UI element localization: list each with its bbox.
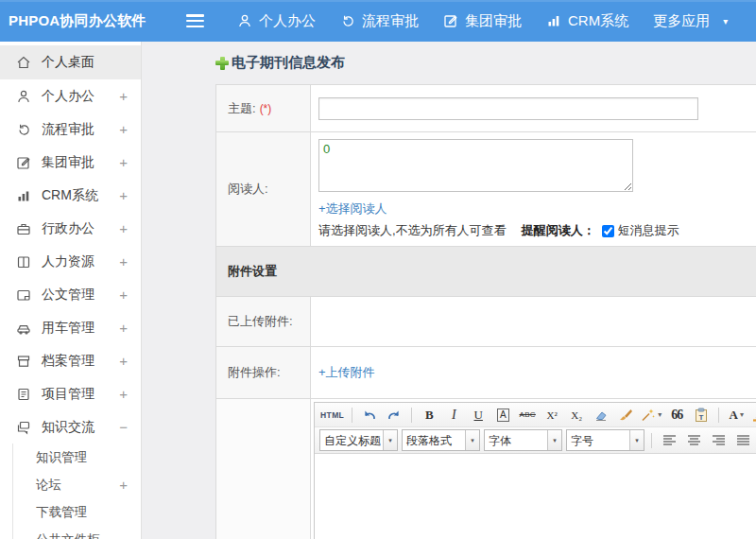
sidebar-item-personal-desktop[interactable]: 个人桌面	[0, 45, 141, 79]
top-nav: 个人办公 流程审批 集团审批 CRM系统 更多应用 ▾	[225, 12, 740, 30]
bold-button[interactable]: B	[418, 405, 440, 425]
select-readers-link[interactable]: +选择阅读人	[318, 200, 387, 217]
readers-textarea[interactable]: 0	[318, 139, 633, 192]
expand-toggle[interactable]: +	[119, 253, 128, 270]
toolbar-separator	[352, 408, 352, 423]
bar-chart-icon	[16, 188, 32, 203]
auto-typeset-icon[interactable]: ▾	[639, 405, 663, 425]
align-center-icon[interactable]	[682, 430, 705, 450]
edit-icon	[16, 155, 32, 170]
expand-toggle[interactable]: +	[119, 287, 128, 303]
custom-title-select[interactable]: 自定义标题 ▾	[319, 429, 398, 451]
top-navigation-bar: PHPOA协同办公软件 个人办公 流程审批 集团审批 CRM系统	[0, 0, 756, 42]
archive-icon	[16, 354, 32, 369]
strikethrough-button[interactable]: ABC	[516, 405, 539, 425]
sms-notify-checkbox[interactable]	[602, 225, 614, 237]
expand-toggle[interactable]: +	[119, 353, 128, 369]
paragraph-format-select[interactable]: 段落格式 ▾	[402, 429, 480, 451]
upload-attachment-link[interactable]: +上传附件	[318, 365, 375, 379]
text-style-button[interactable]: A	[491, 405, 514, 425]
undo-icon[interactable]	[358, 405, 381, 425]
italic-button[interactable]: I	[442, 405, 465, 425]
sidebar-item-archives[interactable]: 档案管理 +	[0, 344, 141, 377]
expand-toggle[interactable]: +	[119, 187, 128, 203]
briefcase-icon	[16, 221, 32, 236]
sidebar-item-label: 集团审批	[42, 154, 119, 171]
nav-workflow-approval[interactable]: 流程审批	[340, 12, 419, 30]
sidebar-subitem-forum[interactable]: 论坛 +	[13, 471, 141, 498]
sidebar-item-label: 论坛	[36, 477, 119, 494]
redo-icon[interactable]	[383, 405, 405, 425]
sidebar-item-label: 公文管理	[42, 287, 119, 304]
expand-toggle[interactable]: +	[119, 154, 128, 170]
font-color-button[interactable]: A ▾	[725, 405, 747, 425]
sidebar-item-crm[interactable]: CRM系统 +	[0, 179, 141, 212]
car-icon	[16, 321, 32, 336]
sidebar-item-knowledge-exchange[interactable]: 知识交流 −	[0, 410, 141, 443]
sidebar-item-admin-office[interactable]: 行政办公 +	[0, 212, 141, 245]
caret-down-icon[interactable]: ▾	[383, 430, 397, 450]
sidebar-item-project[interactable]: 项目管理 +	[0, 377, 141, 410]
format-eraser-icon[interactable]	[590, 405, 612, 425]
sidebar-item-workflow-approval[interactable]: 流程审批 +	[0, 113, 141, 146]
highlight-pen-icon[interactable]: ▾	[749, 405, 756, 425]
sidebar-subitem-download-mgmt[interactable]: 下载管理	[13, 498, 141, 526]
caret-down-icon: ▾	[740, 410, 744, 419]
nav-group-approval[interactable]: 集团审批	[443, 12, 522, 30]
collapse-toggle[interactable]: −	[119, 419, 128, 435]
sidebar-item-hr[interactable]: 人力资源 +	[0, 245, 141, 278]
html-source-button[interactable]: HTML	[318, 405, 346, 425]
subject-input[interactable]	[318, 97, 698, 120]
uploaded-attachments-row: 已上传附件:	[216, 297, 756, 347]
sidebar-item-group-approval[interactable]: 集团审批 +	[0, 146, 141, 179]
caret-down-icon[interactable]: ▾	[723, 16, 728, 26]
nav-crm-system[interactable]: CRM系统	[546, 12, 628, 30]
editor-content[interactable]	[315, 453, 756, 539]
caret-down-icon[interactable]: ▾	[465, 430, 479, 450]
sidebar-subitem-public-cabinet[interactable]: 公共文件柜	[13, 526, 141, 539]
hamburger-menu-icon[interactable]	[186, 14, 204, 27]
editor-toolbar-row-1: HTML B I U A ABC X²	[315, 403, 756, 427]
editor-cell: HTML B I U A ABC X²	[311, 399, 756, 539]
toolbar-separator	[718, 408, 719, 423]
nav-personal-office[interactable]: 个人办公	[237, 12, 316, 30]
expand-toggle[interactable]: +	[119, 88, 128, 104]
expand-toggle[interactable]: +	[119, 320, 128, 336]
expand-toggle[interactable]: +	[119, 121, 128, 137]
expand-toggle[interactable]: +	[119, 386, 128, 402]
superscript-button[interactable]: X²	[541, 405, 563, 425]
sidebar-subitem-knowledge-mgmt[interactable]: 知识管理	[13, 443, 141, 471]
nav-label: 集团审批	[465, 12, 522, 30]
align-right-icon[interactable]	[707, 430, 730, 450]
expand-toggle[interactable]: +	[119, 477, 128, 493]
font-family-select[interactable]: 字体 ▾	[484, 429, 562, 451]
page-title-block: 电子期刊信息发布	[215, 54, 756, 72]
nav-more-apps[interactable]: 更多应用 ▾	[653, 12, 728, 30]
align-left-icon[interactable]	[658, 430, 680, 450]
readers-row: 阅读人: 0 +选择阅读人 请选择阅读人,不选为所有人可查看 提醒阅读人： 短消…	[216, 132, 756, 247]
font-size-select[interactable]: 字号 ▾	[566, 429, 644, 451]
sidebar-item-label: 公共文件柜	[36, 531, 128, 539]
sidebar-item-personal-office[interactable]: 个人办公 +	[0, 79, 141, 113]
sidebar-item-label: 流程审批	[42, 121, 119, 138]
caret-down-icon[interactable]: ▾	[547, 430, 561, 450]
sidebar-item-label: 档案管理	[42, 353, 119, 370]
sidebar-item-official-documents[interactable]: 公文管理 +	[0, 278, 141, 311]
subject-field-cell	[311, 85, 756, 132]
expand-toggle[interactable]: +	[119, 220, 128, 236]
editor-toolbar-row-2: 自定义标题 ▾ 段落格式 ▾ 字体 ▾ 字号 ▾	[315, 427, 756, 453]
caret-down-icon[interactable]: ▾	[629, 430, 644, 450]
underline-button[interactable]: U	[467, 405, 490, 425]
edit-icon	[443, 13, 458, 28]
sidebar-item-vehicle[interactable]: 用车管理 +	[0, 311, 141, 344]
green-plus-icon	[215, 57, 229, 70]
subscript-button[interactable]: X₂	[565, 405, 588, 425]
nav-label: CRM系统	[568, 12, 628, 30]
align-justify-icon[interactable]	[731, 430, 754, 450]
paint-brush-icon[interactable]	[614, 405, 637, 425]
paste-word-icon[interactable]: T	[690, 405, 713, 425]
uploaded-attachments-cell	[311, 297, 756, 347]
blockquote-button[interactable]: 66	[665, 405, 688, 425]
sidebar-item-label: 行政办公	[42, 220, 119, 237]
readers-field-cell: 0 +选择阅读人 请选择阅读人,不选为所有人可查看 提醒阅读人： 短消息提示	[311, 132, 756, 247]
